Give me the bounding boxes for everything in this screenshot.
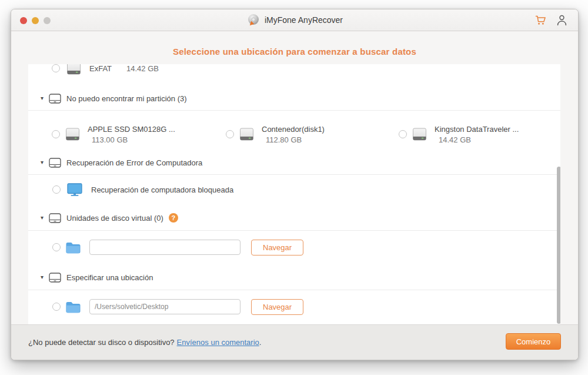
titlebar-actions: [534, 14, 567, 26]
divider: [28, 174, 560, 175]
drive-outline-icon: [49, 158, 61, 168]
item-label: Recuperación de computadora bloqueada: [91, 185, 233, 194]
drive-outline-icon: [49, 273, 61, 283]
list-item-apple-ssd[interactable]: APPLE SSD SM0128G ... 113.00 GB: [52, 125, 226, 144]
footer-bar: ¿No puede detectar su disco o dispositiv…: [11, 324, 578, 360]
feedback-link[interactable]: Envíenos un comentario: [177, 338, 259, 347]
chevron-down-icon: ▾: [41, 215, 44, 221]
hard-drive-icon: [65, 128, 80, 141]
section-header-error-recovery[interactable]: ▾ Recuperación de Error de Computadora: [41, 156, 202, 169]
zoom-window-button[interactable]: [44, 17, 51, 24]
drive-name: APPLE SSD SM0128G ...: [88, 125, 175, 134]
virtual-drive-path-input[interactable]: [89, 240, 240, 255]
section-header-partitions[interactable]: ▾ No puedo encontrar mi partición (3): [41, 92, 187, 105]
drive-size: 113.00 GB: [88, 135, 175, 144]
radio-contenedor[interactable]: [226, 130, 234, 138]
list-item-blocked-computer[interactable]: Recuperación de computadora bloqueada: [52, 180, 233, 199]
minimize-window-button[interactable]: [32, 17, 39, 24]
account-icon[interactable]: [556, 14, 567, 26]
divider: [28, 110, 560, 111]
hard-drive-icon: [412, 128, 427, 141]
drive-name: Kingston DataTraveler ...: [435, 125, 519, 134]
divider: [28, 290, 560, 290]
section-header-virtual-drives[interactable]: ▾ Unidades de disco virtual (0) ?: [41, 211, 178, 224]
drive-size: 14.42 GB: [435, 135, 519, 144]
chevron-down-icon: ▾: [41, 95, 44, 101]
drive-size: 14.42 GB: [126, 64, 159, 73]
page-title: Seleccione una ubicación para comenzar a…: [11, 47, 578, 57]
browse-location-button[interactable]: Navegar: [251, 299, 303, 315]
section-title: Especificar una ubicación: [66, 273, 153, 282]
section-header-specify-location[interactable]: ▾ Especificar una ubicación: [41, 271, 153, 284]
radio-specify-location[interactable]: [52, 303, 61, 311]
radio-exfat[interactable]: [52, 64, 60, 72]
list-item-exfat[interactable]: ExFAT 14.42 GB: [52, 64, 159, 78]
monitor-icon: [67, 183, 82, 197]
window-title-group: iMyFone AnyRecover: [246, 13, 343, 27]
specify-location-input-row: Navegar: [52, 297, 303, 316]
footer-suffix: .: [259, 338, 262, 347]
location-path-input[interactable]: [89, 299, 240, 314]
drive-size: 112.80 GB: [262, 135, 325, 144]
start-button[interactable]: Comienzo: [506, 333, 561, 350]
hard-drive-icon: [66, 64, 81, 75]
browse-virtual-button[interactable]: Navegar: [251, 240, 303, 255]
divider: [28, 230, 560, 231]
window-controls: [20, 17, 51, 24]
titlebar: iMyFone AnyRecover: [11, 9, 578, 31]
folder-icon: [65, 301, 81, 313]
help-icon[interactable]: ?: [169, 213, 178, 223]
drive-outline-icon: [49, 94, 61, 104]
cart-icon[interactable]: [534, 14, 547, 26]
drive-name: ExFAT: [89, 64, 112, 73]
footer-help-text: ¿No puede detectar su disco o dispositiv…: [28, 338, 261, 347]
chevron-down-icon: ▾: [41, 274, 44, 280]
drive-name: Contenedor(disk1): [262, 125, 325, 134]
app-logo-icon: [246, 13, 260, 27]
drive-outline-icon: [49, 213, 61, 223]
location-list-panel: ExFAT 14.42 GB ▾ No puedo encontrar mi p…: [28, 64, 560, 325]
footer-question: ¿No puede detectar su disco o dispositiv…: [28, 338, 175, 347]
folder-icon: [65, 241, 81, 254]
hard-drive-icon: [239, 128, 254, 141]
list-item-contenedor[interactable]: Contenedor(disk1) 112.80 GB: [226, 125, 399, 144]
section-title: Recuperación de Error de Computadora: [66, 158, 202, 167]
close-window-button[interactable]: [20, 17, 27, 24]
radio-kingston[interactable]: [399, 130, 407, 138]
list-item-kingston[interactable]: Kingston DataTraveler ... 14.42 GB: [399, 125, 554, 144]
section-title: Unidades de disco virtual (0): [66, 214, 163, 223]
radio-apple-ssd[interactable]: [52, 130, 60, 138]
section-title: No puedo encontrar mi partición (3): [66, 94, 187, 103]
partition-drive-list: APPLE SSD SM0128G ... 113.00 GB Contened…: [52, 115, 554, 154]
virtual-drive-input-row: Navegar: [52, 238, 303, 257]
app-window: iMyFone AnyRecover Seleccione una ubicac…: [11, 9, 579, 360]
radio-blocked-computer[interactable]: [52, 185, 61, 194]
app-title: iMyFone AnyRecover: [265, 15, 343, 25]
radio-virtual-drive[interactable]: [52, 243, 61, 251]
scrollbar-thumb[interactable]: [557, 167, 560, 324]
chevron-down-icon: ▾: [41, 160, 44, 165]
